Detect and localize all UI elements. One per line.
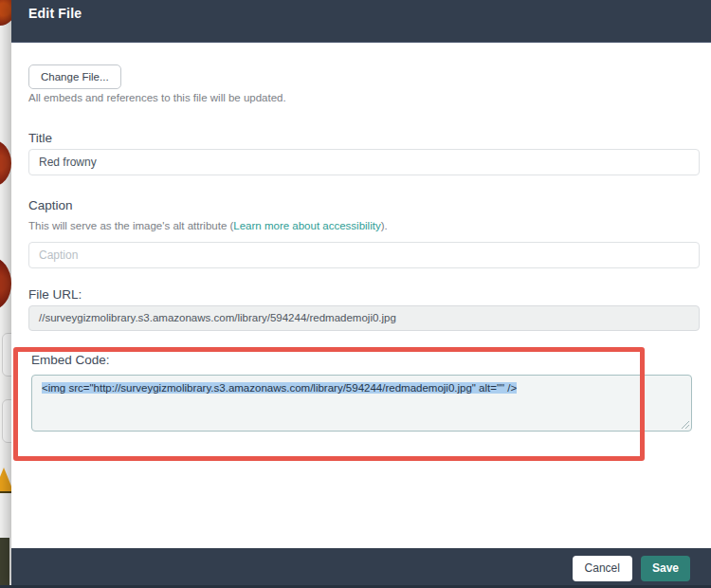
- embed-code-selected-text: <img src="http://surveygizmolibrary.s3.a…: [42, 382, 517, 394]
- modal-body: Change File... All embeds and references…: [11, 43, 711, 548]
- change-file-button[interactable]: Change File...: [28, 64, 121, 89]
- caption-input[interactable]: [28, 242, 700, 268]
- modal-footer: Cancel Save: [11, 548, 711, 588]
- modal-header: Edit File: [11, 0, 711, 43]
- caption-helper-suffix: ).: [381, 220, 388, 231]
- change-file-note: All embeds and references to this file w…: [28, 92, 286, 103]
- caption-label: Caption: [28, 198, 73, 212]
- embed-code-label: Embed Code:: [31, 353, 110, 367]
- library-card: [2, 399, 11, 443]
- title-label: Title: [28, 131, 52, 145]
- file-url-label: File URL:: [28, 287, 82, 302]
- accessibility-link[interactable]: Learn more about accessibility: [233, 220, 380, 231]
- title-input[interactable]: [28, 149, 700, 175]
- library-thumbnail-emoji: [0, 0, 11, 26]
- caption-helper-text: This will serve as the image's alt attri…: [28, 220, 388, 231]
- background-page-strip: [0, 0, 11, 588]
- warning-triangle-icon: [0, 468, 11, 493]
- screen: Edit File Change File... All embeds and …: [0, 0, 711, 588]
- save-button[interactable]: Save: [641, 556, 690, 581]
- cancel-button[interactable]: Cancel: [573, 556, 632, 581]
- edit-file-modal: Edit File Change File... All embeds and …: [11, 0, 711, 588]
- library-card: [2, 333, 11, 377]
- library-thumbnail-dark: [0, 538, 9, 588]
- file-url-field[interactable]: //surveygizmolibrary.s3.amazonaws.com/li…: [28, 305, 700, 331]
- resize-handle-icon[interactable]: [680, 419, 689, 429]
- modal-title: Edit File: [28, 6, 82, 21]
- library-thumbnail-emoji: [0, 139, 11, 187]
- caption-helper-prefix: This will serve as the image's alt attri…: [28, 220, 233, 231]
- embed-code-textarea[interactable]: <img src="http://surveygizmolibrary.s3.a…: [31, 375, 692, 432]
- library-thumbnail-emoji: [0, 257, 11, 310]
